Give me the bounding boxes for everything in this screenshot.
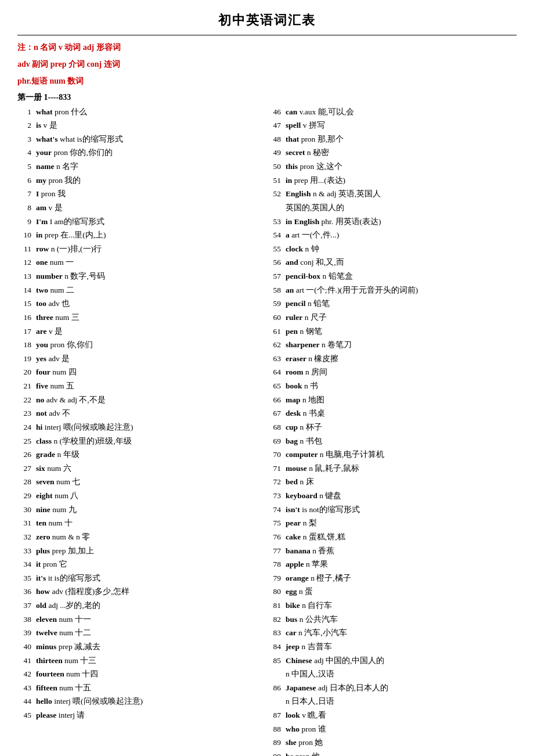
entry-content: pencil-box n 铅笔盒 — [286, 269, 511, 283]
list-item: 80egg n 蛋 — [267, 585, 511, 599]
list-item: 86Japanese adj 日本的,日本人的 — [267, 681, 511, 695]
entry-content: she pron 她 — [286, 736, 511, 750]
list-item: 35it's it is的缩写形式 — [17, 571, 261, 585]
entry-number: 37 — [17, 599, 36, 613]
entry-number: 63 — [267, 352, 286, 366]
list-item: 39twelve num 十二 — [17, 626, 261, 640]
right-column: 46can v.aux 能,可以,会47spell v 拼写48that pro… — [267, 105, 517, 756]
list-item: 3what's what is的缩写形式 — [17, 132, 261, 146]
legend-line1: 注：n 名词 v 动词 adj 形容词 — [17, 40, 517, 55]
entry-number: 90 — [267, 750, 286, 756]
entry-number: 58 — [267, 283, 286, 297]
entry-content: sharpener n 卷笔刀 — [286, 338, 511, 352]
entry-number: 56 — [267, 255, 286, 269]
entry-content: I'm I am的缩写形式 — [36, 215, 261, 229]
entry-content: bag n 书包 — [286, 434, 511, 448]
list-item: 55clock n 钟 — [267, 242, 511, 256]
entry-content: who pron 谁 — [286, 722, 511, 736]
entry-number: 84 — [267, 640, 286, 654]
list-item: 38eleven num 十一 — [17, 613, 261, 627]
entry-extra: n 中国人,汉语 — [286, 667, 511, 681]
list-item: 74isn't is not的缩写形式 — [267, 503, 511, 517]
list-item: 42fourteen num 十四 — [17, 667, 261, 681]
entry-number: 41 — [17, 654, 36, 668]
entry-number: 72 — [267, 475, 286, 489]
entry-content: old adj ...岁的,老的 — [36, 599, 261, 613]
entry-number: 51 — [267, 174, 286, 188]
entry-content: am v 是 — [36, 201, 261, 215]
entry-number: 7 — [17, 187, 36, 201]
entry-number: 32 — [17, 530, 36, 544]
entry-number: 27 — [17, 462, 36, 476]
entry-number: 11 — [17, 242, 36, 256]
entry-number: 85 — [267, 654, 286, 668]
entry-content: is v 是 — [36, 118, 261, 132]
list-item: 26grade n 年级 — [17, 448, 261, 462]
entry-content: grade n 年级 — [36, 448, 261, 462]
list-item: 58an art 一(个;件.)(用于元音开头的词前) — [267, 283, 511, 297]
list-item: 4your pron 你的,你们的 — [17, 146, 261, 160]
list-item: 43fifteen num 十五 — [17, 681, 261, 695]
list-item: 62sharpener n 卷笔刀 — [267, 338, 511, 352]
entry-content: car n 汽车,小汽车 — [286, 626, 511, 640]
list-item: 34it pron 它 — [17, 557, 261, 571]
entry-number: 25 — [17, 434, 36, 448]
entry-number: 57 — [267, 269, 286, 283]
entry-number: 45 — [17, 708, 36, 722]
entry-content: bed n 床 — [286, 475, 511, 489]
entry-content: apple n 苹果 — [286, 557, 511, 571]
entry-number: 30 — [17, 503, 36, 517]
entry-number: 29 — [17, 489, 36, 503]
entry-content: desk n 书桌 — [286, 406, 511, 420]
entry-content: it's it is的缩写形式 — [36, 571, 261, 585]
list-item: 16three num 三 — [17, 311, 261, 325]
entry-content: a art 一(个,件...) — [286, 228, 511, 242]
entry-content: five num 五 — [36, 379, 261, 393]
entry-content: hi interj 喂(问候或唤起注意) — [36, 420, 261, 434]
entry-content: minus prep 减,减去 — [36, 640, 261, 654]
entry-content: not adv 不 — [36, 406, 261, 420]
entry-content: number n 数字,号码 — [36, 269, 261, 283]
list-item: 63eraser n 橡皮擦 — [267, 352, 511, 366]
entry-content: keyboard n 键盘 — [286, 489, 511, 503]
entry-content: nine num 九 — [36, 503, 261, 517]
list-item: 75pear n 梨 — [267, 516, 511, 530]
entry-number: 83 — [267, 626, 286, 640]
page-title: 初中英语词汇表 — [17, 12, 517, 29]
list-item: 87look v 瞧,看 — [267, 708, 511, 722]
entry-content: clock n 钟 — [286, 242, 511, 256]
list-item: 13number n 数字,号码 — [17, 269, 261, 283]
entry-content: map n 地图 — [286, 393, 511, 407]
entry-number: 21 — [17, 379, 36, 393]
list-item: 78apple n 苹果 — [267, 557, 511, 571]
list-item: 40minus prep 减,减去 — [17, 640, 261, 654]
entry-extra: n 日本人,日语 — [286, 694, 511, 708]
entry-number: 64 — [267, 365, 286, 379]
list-item: 44hello interj 喂(问候或唤起注意) — [17, 694, 261, 708]
list-item: 19yes adv 是 — [17, 352, 261, 366]
list-item: 56and conj 和,又,而 — [267, 255, 511, 269]
entry-number: 34 — [17, 557, 36, 571]
entry-content: zero num & n 零 — [36, 530, 261, 544]
entry-content: row n (一)排,(一)行 — [36, 242, 261, 256]
entry-number: 1 — [17, 105, 36, 119]
entry-number: 39 — [17, 626, 36, 640]
entry-number: 40 — [17, 640, 36, 654]
list-item: 81bike n 自行车 — [267, 599, 511, 613]
entry-content: my pron 我的 — [36, 174, 261, 188]
list-item: 11row n (一)排,(一)行 — [17, 242, 261, 256]
entry-content: egg n 蛋 — [286, 585, 511, 599]
list-item: 67desk n 书桌 — [267, 406, 511, 420]
entry-number: 49 — [267, 146, 286, 160]
entry-number: 74 — [267, 503, 286, 517]
entry-number: 35 — [17, 571, 36, 585]
list-item: 84jeep n 吉普车 — [267, 640, 511, 654]
list-item: 52English n & adj 英语,英国人 — [267, 187, 511, 201]
entry-number: 55 — [267, 242, 286, 256]
entry-content: mouse n 鼠,耗子,鼠标 — [286, 462, 511, 476]
list-item: 54a art 一(个,件...) — [267, 228, 511, 242]
legend-line2: adv 副词 prep 介词 conj 连词 — [17, 57, 517, 71]
list-item: 37old adj ...岁的,老的 — [17, 599, 261, 613]
entry-content: three num 三 — [36, 311, 261, 325]
entry-number: 52 — [267, 187, 286, 201]
